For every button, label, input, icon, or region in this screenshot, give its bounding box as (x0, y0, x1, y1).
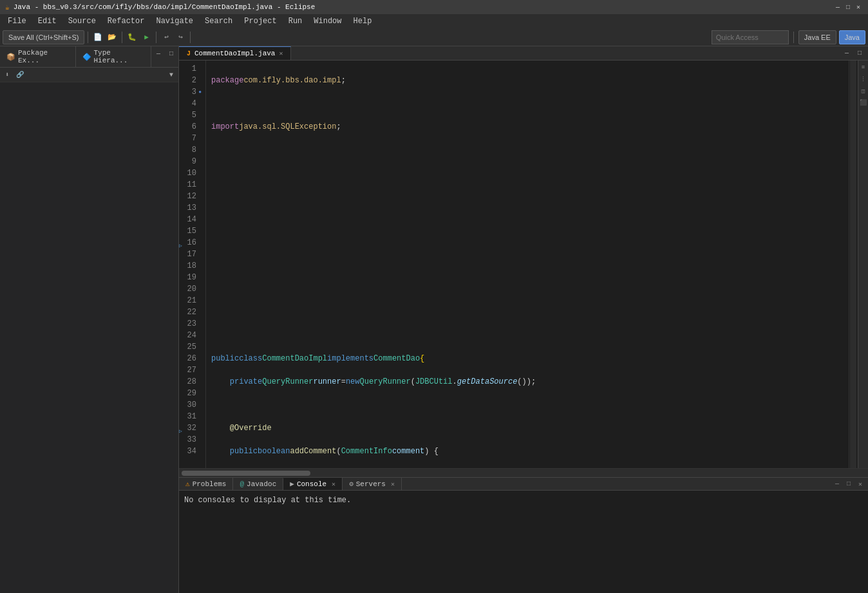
console-icon: ▶ (290, 480, 294, 488)
minimize-panel-button[interactable]: — (153, 48, 164, 59)
java-perspective-button[interactable]: Java (839, 30, 865, 44)
line-num-27: 27 (179, 364, 200, 376)
collapse-all-icon[interactable]: ⬇ (1, 69, 13, 80)
servers-close-icon[interactable]: ✕ (391, 480, 395, 488)
undo-icon[interactable]: ↩ (160, 31, 173, 44)
horizontal-scrollbar[interactable] (179, 468, 868, 477)
code-editor[interactable]: 1 2 3● 4 5 6 7 8 9 10 11 12 13 14 15 16▷ (179, 61, 858, 468)
right-sidebar-btn-2[interactable]: ⋮ (859, 75, 868, 84)
title-bar: ☕ Java - bbs_v0.3/src/com/ifly/bbs/dao/i… (0, 0, 868, 14)
left-panel-tabs: 📦 Package Ex... 🔷 Type Hiera... — □ (0, 46, 178, 68)
line-num-30: 30 (179, 399, 200, 411)
line-num-18: 18 (179, 260, 200, 272)
open-icon[interactable]: 📂 (106, 31, 118, 44)
right-sidebar-btn-4[interactable]: ⬛ (859, 98, 868, 107)
line-num-23: 23 (179, 318, 200, 330)
code-line-8 (211, 237, 849, 249)
problems-tab[interactable]: ⚠ Problems (179, 478, 233, 490)
menu-search[interactable]: Search (200, 15, 238, 27)
line-num-10: 10 (179, 167, 200, 179)
save-all-button[interactable]: Save All (Ctrl+Shift+S) (3, 30, 84, 44)
editor-container: J CommentDaoImpl.java ✕ — □ 1 2 3● 4 5 6 (179, 46, 868, 593)
menu-project[interactable]: Project (239, 15, 281, 27)
overview-ruler[interactable] (849, 61, 858, 468)
view-menu-icon[interactable]: ▼ (165, 69, 177, 80)
line-num-24: 24 (179, 330, 200, 341)
bottom-panel-minimize-icon[interactable]: — (832, 479, 842, 489)
type-hierarchy-tab[interactable]: 🔷 Type Hiera... (76, 46, 152, 67)
debug-icon[interactable]: 🐛 (126, 31, 138, 44)
run-icon[interactable]: ▶ (140, 31, 153, 44)
line-num-32: 32▷ (179, 422, 200, 434)
editor-tab-commentdaoimpl[interactable]: J CommentDaoImpl.java ✕ (179, 46, 291, 60)
line-num-16: 16▷ (179, 237, 200, 249)
type-hierarchy-label: Type Hiera... (94, 49, 145, 64)
line-num-20: 20 (179, 283, 200, 295)
menu-navigate[interactable]: Navigate (151, 15, 198, 27)
code-line-10 (211, 283, 849, 295)
console-close-icon[interactable]: ✕ (332, 480, 335, 488)
line-num-26: 26 (179, 353, 200, 364)
close-button[interactable]: ✕ (854, 3, 863, 12)
toolbar-separator-2 (122, 32, 122, 43)
toolbar-right: Java EE Java (712, 30, 865, 44)
right-sidebar-btn-3[interactable]: ◫ (859, 86, 868, 95)
window-controls: — □ ✕ (833, 3, 863, 12)
line-num-3: 3● (179, 86, 200, 98)
editor-tab-filename: CommentDaoImpl.java (194, 50, 275, 57)
code-content-area[interactable]: package com.ifly.bbs.dao.impl; import ja… (206, 61, 849, 468)
editor-maximize-icon[interactable]: □ (854, 48, 865, 59)
quick-access-input[interactable] (712, 30, 789, 44)
panel-tab-controls: — □ (151, 46, 178, 67)
new-file-icon[interactable]: 📄 (91, 31, 104, 44)
right-sidebar: ≡ ⋮ ◫ ⬛ (858, 61, 868, 468)
left-panel: 📦 Package Ex... 🔷 Type Hiera... — □ ⬇ 🔗 … (0, 46, 179, 593)
maximize-panel-button[interactable]: □ (165, 48, 177, 59)
console-message: No consoles to display at this time. (184, 496, 351, 505)
java-ee-perspective-button[interactable]: Java EE (798, 30, 836, 44)
menu-edit[interactable]: Edit (33, 15, 62, 27)
bottom-panel-maximize-icon[interactable]: □ (844, 479, 854, 489)
javadoc-tab[interactable]: @ Javadoc (233, 478, 283, 490)
line-num-8: 8 (179, 144, 200, 156)
editor-minimize-icon[interactable]: — (841, 48, 853, 59)
toolbar: Save All (Ctrl+Shift+S) 📄 📂 🐛 ▶ ↩ ↪ Java… (0, 28, 868, 46)
link-with-editor-icon[interactable]: 🔗 (14, 69, 26, 80)
line-num-1: 1 (179, 63, 200, 75)
minimize-button[interactable]: — (833, 3, 842, 12)
package-explorer-icon: 📦 (6, 53, 15, 61)
code-line-4 (211, 144, 849, 156)
menu-run[interactable]: Run (283, 15, 308, 27)
line-num-12: 12 (179, 191, 200, 202)
servers-tab[interactable]: ⚙ Servers ✕ (343, 478, 402, 490)
code-line-5 (211, 167, 849, 179)
package-explorer-label: Package Ex... (18, 49, 69, 64)
line-num-4: 4 (179, 98, 200, 109)
package-explorer-content (0, 82, 178, 593)
menu-window[interactable]: Window (308, 15, 346, 27)
window-title: Java - bbs_v0.3/src/com/ifly/bbs/dao/imp… (14, 3, 316, 11)
line-num-34: 34 (179, 446, 200, 457)
line-num-25: 25 (179, 341, 200, 353)
line-num-2: 2 (179, 75, 200, 86)
line-num-28: 28 (179, 376, 200, 388)
code-line-7 (211, 214, 849, 225)
menu-file[interactable]: File (3, 15, 32, 27)
menu-refactor[interactable]: Refactor (102, 15, 150, 27)
package-explorer-tab[interactable]: 📦 Package Ex... (0, 46, 76, 67)
redo-icon[interactable]: ↪ (174, 31, 187, 44)
h-scrollbar-thumb[interactable] (182, 471, 310, 476)
toolbar-separator (88, 32, 88, 43)
right-sidebar-btn-1[interactable]: ≡ (859, 63, 868, 72)
maximize-button[interactable]: □ (844, 3, 853, 12)
line-num-29: 29 (179, 388, 200, 399)
menu-help[interactable]: Help (348, 15, 377, 27)
editor-tab-controls: — □ (841, 48, 868, 59)
line-num-33: 33 (179, 434, 200, 446)
menu-source[interactable]: Source (63, 15, 101, 27)
bottom-panel: ⚠ Problems @ Javadoc ▶ Console ✕ ⚙ Serve… (179, 477, 868, 593)
console-tab[interactable]: ▶ Console ✕ (283, 478, 343, 490)
bottom-panel-close-icon[interactable]: ✕ (855, 479, 865, 489)
editor-tab-close-button[interactable]: ✕ (279, 50, 283, 57)
problems-label: Problems (193, 480, 227, 488)
